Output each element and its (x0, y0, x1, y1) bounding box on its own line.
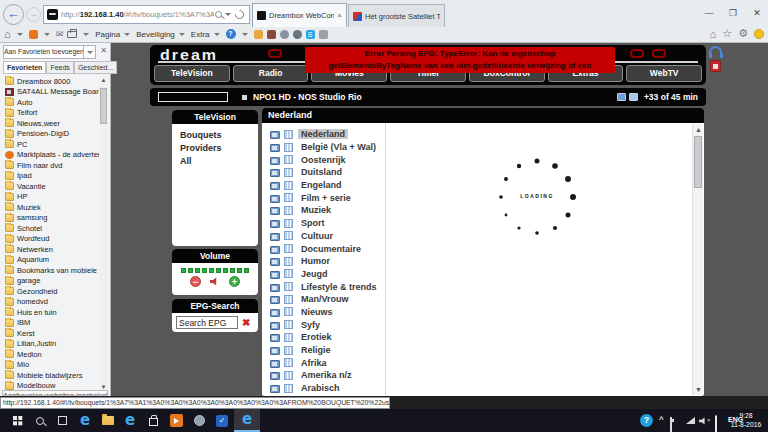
television-link[interactable]: Bouquets (180, 129, 250, 142)
favorite-item[interactable]: Auto (0, 97, 100, 108)
addon-icon[interactable] (267, 30, 276, 39)
tv-icon[interactable] (270, 182, 280, 190)
epg-grid-icon[interactable] (284, 307, 293, 316)
tab-close-icon[interactable]: × (337, 11, 342, 20)
tray-help-icon[interactable]: ? (640, 414, 653, 427)
favorite-item[interactable]: Telfort (0, 108, 100, 119)
stream-icon[interactable] (617, 93, 626, 101)
bouquet-item[interactable]: Arabisch (262, 382, 704, 395)
volume-segment[interactable] (237, 268, 242, 273)
menu-beveiliging[interactable]: Beveiliging (136, 30, 187, 39)
epg-grid-icon[interactable] (284, 384, 293, 393)
bouquet-label[interactable]: Lifestyle & trends (298, 282, 380, 292)
store-button[interactable] (142, 409, 164, 432)
bouquet-label[interactable]: Engeland (298, 180, 345, 190)
volume-segment[interactable] (230, 268, 235, 273)
tv-icon[interactable] (270, 360, 280, 368)
epg-grid-icon[interactable] (284, 219, 293, 228)
bouquet-item[interactable]: Amerika n/z (262, 369, 704, 382)
bouquet-item[interactable]: Oostenrijk (262, 153, 704, 166)
favorite-item[interactable]: Pensioen-DigiD (0, 129, 100, 140)
bouquet-scrollbar[interactable]: ▲ ▼ (692, 124, 703, 395)
nav-button[interactable]: WebTV (626, 65, 702, 82)
bouquet-item[interactable]: Man/Vrouw (262, 293, 704, 306)
internet-explorer-active-button[interactable]: e (234, 409, 260, 432)
browser-forward-button[interactable]: → (26, 7, 41, 22)
scroll-up-icon[interactable]: ▲ (693, 124, 704, 135)
favorite-item[interactable]: Bookmarks van mobiele telef... (0, 265, 100, 276)
scrollbar-thumb[interactable] (100, 88, 107, 124)
headphones-icon[interactable] (709, 46, 722, 54)
favorite-item[interactable]: Muziek (0, 202, 100, 213)
bouquet-item[interactable]: België (Vla + Wal) (262, 141, 704, 154)
refresh-icon[interactable] (233, 8, 246, 21)
window-minimize-button[interactable]: — (700, 7, 718, 20)
tv-icon[interactable] (270, 258, 280, 266)
close-sidebar-icon[interactable]: ✕ (100, 46, 107, 55)
tv-icon[interactable] (270, 296, 280, 304)
bouquet-item[interactable]: Engeland (262, 179, 704, 192)
addon-icon[interactable] (293, 30, 302, 39)
favorites-star-icon[interactable]: ☆ (722, 27, 732, 40)
clear-search-icon[interactable]: ✖ (242, 318, 250, 328)
bouquet-item[interactable]: Syfy (262, 318, 704, 331)
favorite-item[interactable]: Gezondheid (0, 286, 100, 297)
window-close-button[interactable]: ✕ (748, 7, 766, 20)
favorite-item[interactable]: Wordfeud (0, 234, 100, 245)
tv-screenshot-icon[interactable] (629, 93, 638, 101)
tv-icon[interactable] (270, 334, 280, 342)
tv-icon[interactable] (270, 233, 280, 241)
epg-grid-icon[interactable] (284, 295, 293, 304)
epg-grid-icon[interactable] (284, 358, 293, 367)
epg-grid-icon[interactable] (284, 130, 293, 139)
bouquet-label[interactable]: Jeugd (298, 269, 331, 279)
search-icon[interactable] (215, 11, 222, 18)
television-link[interactable]: Providers (180, 142, 250, 155)
tv-icon[interactable] (270, 144, 280, 152)
receiver-status-icon[interactable] (710, 60, 721, 72)
gear-icon[interactable]: ⚙ (738, 27, 748, 40)
favorite-item[interactable]: Nieuws,weer (0, 118, 100, 129)
help-dropdown-icon[interactable] (242, 33, 248, 36)
volume-segment[interactable] (195, 268, 200, 273)
addon-icon[interactable] (280, 30, 289, 39)
addon-icon[interactable] (254, 30, 263, 39)
feedback-smiley-icon[interactable] (754, 29, 764, 39)
notification-chat-icon[interactable] (715, 415, 717, 432)
tab-dreambox-webcontrol[interactable]: Dreambox WebControl × (252, 3, 347, 27)
bouquet-label[interactable]: Arabisch (298, 383, 343, 393)
address-url[interactable]: http://192.168.1.40/#!/tv/bouquets/1%3A7… (61, 10, 214, 19)
favorite-item[interactable]: Huis en tuin (0, 307, 100, 318)
favorite-item[interactable]: Kerst (0, 328, 100, 339)
feeds-dropdown-icon[interactable] (44, 33, 50, 36)
favorite-item[interactable]: Dreambox 8000 (0, 76, 100, 87)
tasks-app-button[interactable]: ✓ (211, 409, 233, 432)
epg-grid-icon[interactable] (284, 231, 293, 240)
tv-icon[interactable] (270, 271, 280, 279)
bouquet-label[interactable]: Man/Vrouw (298, 294, 352, 304)
tv-icon[interactable] (270, 309, 280, 317)
favorite-item[interactable]: SAT4ALL Message Board Bek... (0, 87, 100, 98)
favorite-item[interactable]: Lilian,Justin (0, 339, 100, 350)
favorite-item[interactable]: homedvd (0, 297, 100, 308)
volume-segment[interactable] (216, 268, 221, 273)
nav-button[interactable]: Radio (233, 65, 309, 82)
bouquet-label[interactable]: Film + serie (298, 193, 354, 203)
tv-icon[interactable] (270, 322, 280, 330)
print-icon[interactable] (67, 31, 77, 38)
bouquet-label[interactable]: Erotiek (298, 332, 335, 342)
window-maximize-button[interactable]: ❐ (724, 7, 742, 20)
favorite-item[interactable]: PC (0, 139, 100, 150)
favorites-scrollbar[interactable]: ▲ ▼ (99, 76, 108, 392)
tv-icon[interactable] (270, 284, 280, 292)
internet-explorer-button[interactable]: e (119, 409, 141, 432)
epg-search-input[interactable] (176, 316, 238, 329)
bouquet-label[interactable]: Sport (298, 218, 328, 228)
favorite-item[interactable]: Mio (0, 360, 100, 371)
bouquet-item[interactable]: Sport (262, 217, 704, 230)
bouquet-label[interactable]: België (Vla + Wal) (298, 142, 379, 152)
favorite-item[interactable]: IBM (0, 318, 100, 329)
favorite-item[interactable]: Vacantie (0, 181, 100, 192)
scroll-down-icon[interactable]: ▼ (693, 384, 704, 395)
favorite-item[interactable]: Schotel (0, 223, 100, 234)
